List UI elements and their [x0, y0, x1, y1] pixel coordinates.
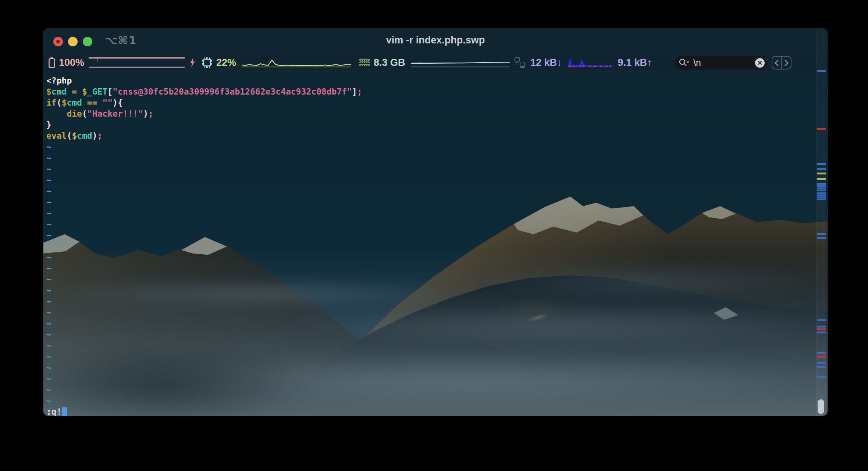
tilde-line: ~ [46, 351, 828, 362]
scrollbar-mark-blue [817, 237, 826, 239]
scrollbar-mark-red [817, 355, 826, 358]
scrollbar-mark-blue [817, 376, 826, 378]
cpu-graph [241, 57, 352, 68]
scrollbar-mark-blueblock [817, 183, 826, 191]
scrollbar-mark-red [817, 128, 826, 130]
previous-match-button[interactable] [772, 57, 782, 69]
scrollbar-mark-blue [817, 319, 826, 321]
tilde-line: ~ [46, 296, 828, 307]
code-line: } [46, 119, 828, 130]
network-graph [568, 57, 613, 68]
battery-widget: 100% [49, 52, 195, 73]
network-icon [513, 56, 526, 69]
tilde-line: ~ [46, 307, 828, 318]
scrollbar-mark-blue [817, 233, 826, 235]
search-icon [679, 58, 690, 68]
tilde-line: ~ [46, 185, 828, 196]
tilde-line: ~ [46, 395, 828, 406]
code-line: die("Hacker!!!"); [46, 108, 828, 119]
tilde-line: ~ [46, 141, 828, 152]
next-match-button[interactable] [782, 57, 791, 69]
scrollbar-mark-blue [817, 326, 826, 327]
network-widget: 12 kB↓ 9.1 kB↑ [513, 52, 652, 73]
network-down: 12 kB↓ [530, 57, 562, 68]
memory-used: 8.3 GB [374, 57, 405, 68]
vim-command-line: :q! [46, 406, 828, 416]
search-nav-buttons [772, 56, 791, 70]
scrollbar-mark-yellow [817, 178, 826, 180]
tilde-line: ~ [46, 340, 828, 351]
cpu-widget: 22% [202, 52, 352, 73]
vim-buffer: <?php$cmd = $_GET["cnss@30fc5b20a309996f… [43, 73, 828, 416]
tilde-line: ~ [46, 252, 828, 263]
scrollbar-mark-red [817, 328, 826, 330]
tilde-line: ~ [46, 241, 828, 252]
tilde-line: ~ [46, 174, 828, 185]
scrollbar-mark-blue [817, 362, 826, 364]
tilde-line: ~ [46, 373, 828, 384]
network-up: 9.1 kB↑ [618, 57, 652, 68]
tilde-line: ~ [46, 362, 828, 373]
terminal-content[interactable]: <?php$cmd = $_GET["cnss@30fc5b20a309996f… [43, 73, 828, 416]
scrollbar-mark-blue [817, 70, 826, 72]
code-line: <?php [46, 75, 828, 86]
scrollbar-thumb[interactable] [818, 399, 824, 414]
desktop: ⌥⌘1 vim -r index.php.swp 100% [0, 0, 868, 471]
tilde-line: ~ [46, 208, 828, 219]
tilde-line: ~ [46, 285, 828, 296]
tilde-line: ~ [46, 274, 828, 285]
code-line: $cmd = $_GET["cnss@30fc5b20a309996f3ab12… [46, 86, 828, 97]
battery-history-graph [89, 57, 185, 68]
scrollbar-mark-blue [817, 332, 826, 333]
code-line: if($cmd == ""){ [46, 97, 828, 108]
tilde-line: ~ [46, 263, 828, 274]
tilde-line: ~ [46, 163, 828, 174]
clear-search-button[interactable]: ✕ [755, 58, 765, 68]
scrollbar-mark-blue [817, 168, 826, 170]
battery-icon [49, 57, 55, 68]
ram-icon [359, 57, 370, 68]
terminal-window: ⌥⌘1 vim -r index.php.swp 100% [43, 29, 828, 416]
code-line: eval($cmd); [46, 130, 828, 141]
scrollbar-mark-blue [817, 366, 826, 368]
window-title: vim -r index.php.swp [43, 35, 828, 46]
tilde-line: ~ [46, 318, 828, 329]
scrollbar-mark-yellow [817, 173, 826, 174]
tilde-line: ~ [46, 219, 828, 230]
tilde-line: ~ [46, 230, 828, 241]
scrollbar-mark-blue [817, 163, 826, 165]
tilde-line: ~ [46, 329, 828, 340]
tilde-line: ~ [46, 384, 828, 395]
memory-graph [410, 57, 511, 68]
cpu-percent: 22% [216, 57, 236, 68]
search-input[interactable] [693, 57, 755, 68]
memory-widget: 8.3 GB [359, 52, 511, 73]
tilde-line: ~ [46, 152, 828, 163]
title-bar[interactable]: ⌥⌘1 vim -r index.php.swp [43, 29, 828, 52]
tilde-line: ~ [46, 196, 828, 208]
search-field[interactable]: ✕ [675, 56, 768, 70]
charging-bolt-icon [189, 58, 195, 67]
cpu-chip-icon [202, 57, 213, 68]
scrollbar-mark-blueblock [817, 192, 826, 200]
battery-percent: 100% [59, 57, 84, 68]
scrollbar-mark-blue [817, 352, 826, 354]
scrollbar-mark-strip [816, 29, 826, 416]
status-bar: 100% 22% [43, 52, 828, 73]
terminal-cursor [62, 407, 67, 416]
